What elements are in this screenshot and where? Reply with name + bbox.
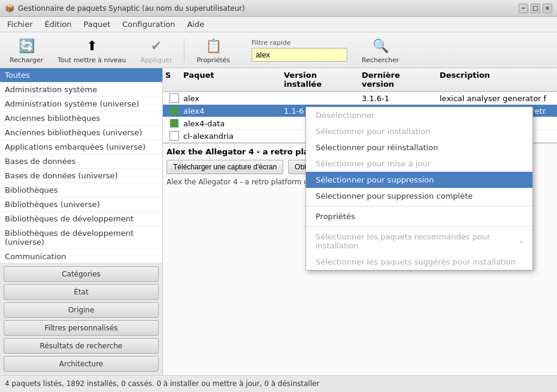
tout-mettre-button[interactable]: ⬆ Tout mettre à niveau (53, 34, 131, 66)
sidebar-item-admin-sys-uni[interactable]: Administration système (universe) (0, 97, 162, 111)
btn-categories[interactable]: Catégories (4, 266, 159, 282)
col-header-s: S (163, 71, 181, 89)
proprietes-button[interactable]: 📋 Propriétés (192, 34, 235, 66)
status-text: 4 paquets listés, 1892 installés, 0 cass… (5, 379, 319, 388)
pkg-checkbox[interactable] (169, 131, 179, 141)
sidebar-item-apps-emb[interactable]: Applications embarquées (universe) (0, 140, 162, 154)
pkg-description: lexical analyser generator f (437, 94, 557, 103)
ctx-proprietes[interactable]: Propriétés (306, 208, 532, 224)
sidebar-list: Toutes Administration système Administra… (0, 68, 162, 263)
btn-architecture[interactable]: Architecture (4, 356, 159, 372)
appliquer-icon: ✔ (147, 36, 166, 55)
btn-resultats[interactable]: Résultats de recherche (4, 338, 159, 354)
ctx-select-suggeres[interactable]: Sélectionner les paquets suggérés pour i… (306, 254, 532, 270)
col-header-desc: Description (437, 71, 557, 89)
maximize-button[interactable]: □ (531, 4, 540, 13)
ctx-select-install[interactable]: Sélectionner pour installation (306, 123, 532, 139)
sidebar-item-bases-db-uni[interactable]: Bases de données (universe) (0, 169, 162, 183)
close-button[interactable]: × (543, 4, 552, 13)
sidebar-item-admin-sys[interactable]: Administration système (0, 83, 162, 97)
rechercher-label: Rechercher (362, 56, 399, 64)
pkg-checkbox[interactable] (169, 93, 179, 103)
menu-paquet[interactable]: Paquet (78, 19, 115, 30)
ctx-separator-2 (306, 226, 532, 227)
menu-aide[interactable]: Aide (182, 19, 209, 30)
proprietes-icon: 📋 (204, 36, 223, 55)
appliquer-label: Appliquer (141, 56, 172, 64)
sidebar-item-biblio[interactable]: Bibliothèques (0, 183, 162, 197)
recharger-label: Recharger (10, 56, 43, 64)
minimize-button[interactable]: − (519, 4, 528, 13)
sidebar-item-biblio-uni[interactable]: Bibliothèques (universe) (0, 197, 162, 212)
sidebar-item-biblio-dev[interactable]: Bibliothèques de développement (0, 212, 162, 226)
btn-etat[interactable]: État (4, 284, 159, 300)
btn-origine[interactable]: Origine (4, 302, 159, 318)
btn-filtres-perso[interactable]: Filtres personnalisés (4, 320, 159, 336)
ctx-separator-1 (306, 206, 532, 206)
sidebar: Toutes Administration système Administra… (0, 68, 163, 375)
sidebar-item-bases-db[interactable]: Bases de données (0, 154, 162, 169)
menubar: Fichier Édition Paquet Configuration Aid… (0, 17, 557, 32)
proprietes-label: Propriétés (196, 56, 230, 64)
col-header-installed: Version installée (281, 71, 359, 89)
tout-mettre-icon: ⬆ (82, 36, 101, 55)
pkg-name: alex4-data (181, 119, 281, 128)
recharger-icon: 🔄 (17, 36, 36, 55)
sidebar-item-anc-biblio-uni[interactable]: Anciennes bibliothèques (universe) (0, 126, 162, 140)
app-icon: 📦 (5, 4, 14, 13)
pkg-status-installed (169, 118, 179, 128)
titlebar: 📦 Gestionnaire de paquets Synaptic (au n… (0, 0, 557, 17)
ctx-select-recommandes[interactable]: Sélectionner les paquets recommandés pou… (306, 229, 532, 254)
statusbar: 4 paquets listés, 1892 installés, 0 cass… (0, 375, 557, 392)
ctx-select-reinstall[interactable]: Sélectionner pour réinstallation (306, 139, 532, 156)
window-title: Gestionnaire de paquets Synaptic (au nom… (18, 4, 519, 13)
pkg-name: alex (181, 94, 281, 103)
filtre-input[interactable] (252, 48, 347, 62)
menu-edition[interactable]: Édition (40, 19, 77, 30)
table-row[interactable]: alex 3.1.6-1 lexical analyser generator … (163, 92, 557, 105)
ctx-deselectionner[interactable]: Désélectionner (306, 107, 532, 123)
col-header-pkg: Paquet (181, 71, 281, 89)
pkg-latest-version: 3.1.6-1 (359, 94, 437, 103)
rechercher-icon: 🔍 (371, 36, 390, 55)
context-menu: Désélectionner Sélectionner pour install… (305, 107, 533, 271)
pkg-status-installed (169, 106, 179, 116)
screenshot-button[interactable]: Télécharger une capture d'écran (167, 160, 283, 174)
rechercher-button[interactable]: 🔍 Rechercher (357, 34, 404, 66)
sidebar-buttons: Catégories État Origine Filtres personna… (0, 263, 162, 375)
ctx-select-suppression-complete[interactable]: Sélectionner pour suppression complète (306, 188, 532, 204)
ctx-select-update[interactable]: Sélectionner pour mise à jour (306, 156, 532, 172)
window-controls: − □ × (519, 4, 552, 13)
col-header-latest: Dernière version (359, 71, 437, 89)
pkg-name: alex4 (181, 107, 281, 116)
sidebar-item-anc-biblio[interactable]: Anciennes bibliothèques (0, 111, 162, 126)
submenu-arrow-icon: › (520, 237, 523, 246)
menu-configuration[interactable]: Configuration (117, 19, 180, 30)
menu-fichier[interactable]: Fichier (2, 19, 38, 30)
table-header: S Paquet Version installée Dernière vers… (163, 68, 557, 92)
sidebar-item-toutes[interactable]: Toutes (0, 68, 162, 83)
sidebar-item-comm[interactable]: Communication (0, 250, 162, 263)
pkg-name: cl-alexandria (181, 132, 281, 141)
toolbar: 🔄 Recharger ⬆ Tout mettre à niveau ✔ App… (0, 32, 557, 68)
ctx-select-suppression[interactable]: Sélectionner pour suppression (306, 172, 532, 188)
recharger-button[interactable]: 🔄 Recharger (5, 34, 48, 66)
sidebar-item-biblio-dev-uni[interactable]: Bibliothèques de développement (universe… (0, 226, 162, 250)
filtre-section: Filtre rapide (252, 39, 347, 62)
filtre-label: Filtre rapide (252, 39, 347, 47)
tout-mettre-label: Tout mettre à niveau (57, 56, 126, 64)
appliquer-button[interactable]: ✔ Appliquer (136, 34, 177, 66)
